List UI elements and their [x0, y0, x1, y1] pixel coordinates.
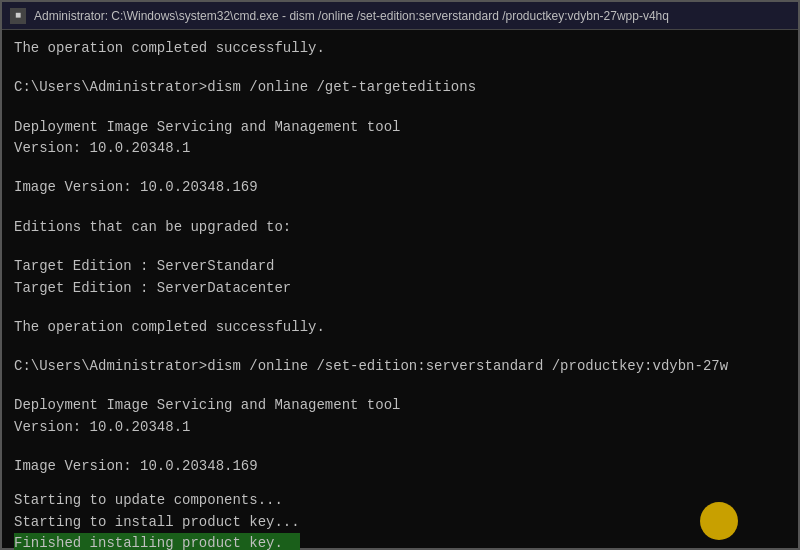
- console-line: Image Version: 10.0.20348.169: [14, 177, 786, 199]
- bottom-console-line: Starting to install product key...: [14, 512, 300, 534]
- console-area: The operation completed successfully.C:\…: [2, 30, 798, 486]
- bottom-console-line: Finished installing product key.: [14, 533, 300, 550]
- title-bar-text: Administrator: C:\Windows\system32\cmd.e…: [34, 9, 669, 23]
- console-line: [14, 60, 786, 78]
- console-line: Deployment Image Servicing and Managemen…: [14, 395, 786, 417]
- console-line: Version: 10.0.20348.1: [14, 138, 786, 160]
- console-line: [14, 439, 786, 457]
- console-line: C:\Users\Administrator>dism /online /get…: [14, 77, 786, 99]
- console-line: [14, 160, 786, 178]
- circle-indicator: [700, 502, 738, 540]
- window-frame: ■ Administrator: C:\Windows\system32\cmd…: [0, 0, 800, 550]
- console-line: [14, 199, 786, 217]
- console-line: [14, 99, 786, 117]
- console-line: [14, 339, 786, 357]
- title-bar: ■ Administrator: C:\Windows\system32\cmd…: [2, 2, 798, 30]
- console-line: Target Edition : ServerStandard: [14, 256, 786, 278]
- cmd-icon: ■: [10, 8, 26, 24]
- console-line: Image Version: 10.0.20348.169: [14, 456, 786, 478]
- console-line: [14, 238, 786, 256]
- console-line: The operation completed successfully.: [14, 317, 786, 339]
- console-line: C:\Users\Administrator>dism /online /set…: [14, 356, 786, 378]
- console-line: Target Edition : ServerDatacenter: [14, 278, 786, 300]
- console-line: Version: 10.0.20348.1: [14, 417, 786, 439]
- bottom-lines: Starting to update components...Starting…: [14, 490, 300, 550]
- bottom-console-line: Starting to update components...: [14, 490, 300, 512]
- console-line: The operation completed successfully.: [14, 38, 786, 60]
- console-line: Deployment Image Servicing and Managemen…: [14, 117, 786, 139]
- console-line: [14, 378, 786, 396]
- console-line: [14, 299, 786, 317]
- console-line: Editions that can be upgraded to:: [14, 217, 786, 239]
- bottom-bar: Starting to update components...Starting…: [2, 486, 798, 548]
